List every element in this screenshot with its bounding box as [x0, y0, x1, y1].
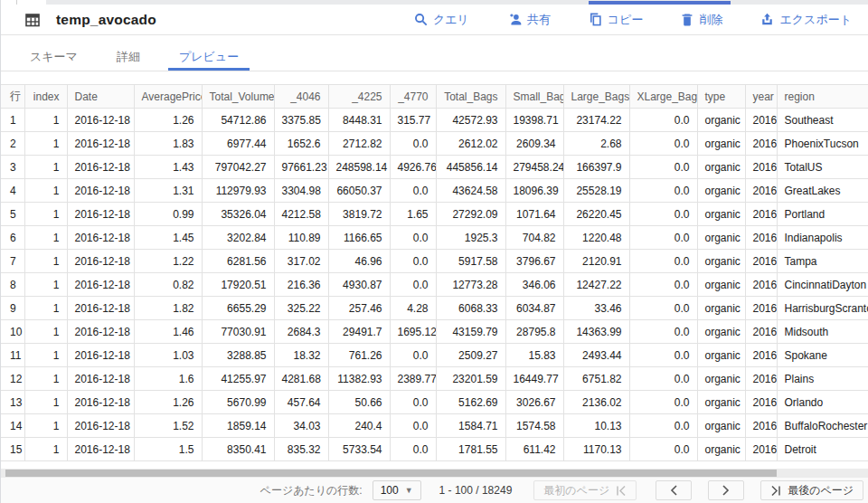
table-cell: 1 — [24, 203, 67, 226]
delete-button[interactable]: 削除 — [681, 12, 722, 28]
table-cell: 77030.91 — [202, 320, 274, 344]
table-cell: 704.82 — [505, 226, 563, 250]
table-cell: 1925.3 — [436, 226, 505, 250]
table-cell: 1071.64 — [505, 203, 563, 226]
table-cell: 1 — [24, 344, 67, 367]
table-cell: 8350.41 — [202, 438, 274, 461]
table-cell: 6655.29 — [202, 297, 274, 320]
table-cell: 3202.84 — [202, 226, 274, 250]
table-cell: 1.45 — [134, 226, 202, 250]
table-cell: 1 — [24, 179, 67, 203]
query-button[interactable]: クエリ — [414, 12, 469, 28]
table-cell: 2016 — [745, 132, 777, 156]
previous-page-button[interactable] — [656, 480, 692, 500]
last-page-label: 最後のページ — [788, 483, 854, 498]
table-cell: PhoenixTucson — [777, 132, 868, 156]
export-button[interactable]: エクスポート — [760, 12, 852, 28]
table-cell: 2016-12-18 — [67, 344, 134, 367]
table-cell: 2136.02 — [563, 391, 629, 414]
table-cell: 0.0 — [629, 297, 697, 320]
table-cell: 1.6 — [134, 367, 202, 391]
next-page-button[interactable] — [708, 480, 744, 500]
table-cell: 0.0 — [629, 132, 697, 156]
table-cell: 0.82 — [134, 273, 202, 297]
table-cell: 2493.44 — [563, 344, 629, 367]
tab-preview[interactable]: プレビュー — [168, 35, 250, 71]
pagination-bar: ページあたりの行数: 100 ▼ 1 - 100 / 18249 最初のページ … — [1, 478, 868, 503]
table-cell: 2016 — [745, 250, 777, 273]
table-cell: 0.0 — [629, 320, 697, 344]
table-cell: 3288.85 — [202, 344, 274, 367]
table-cell: 1.26 — [134, 391, 202, 414]
table-cell: 110.89 — [274, 226, 328, 250]
last-page-button[interactable]: 最後のページ — [760, 480, 863, 500]
horizontal-scrollbar-track[interactable] — [1, 469, 868, 478]
table-cell: 0.99 — [134, 203, 202, 226]
table-cell: organic — [697, 414, 745, 438]
first-page-button[interactable]: 最初のページ — [533, 480, 637, 500]
table-cell: 248598.14 — [328, 156, 390, 179]
table-cell: 4212.58 — [274, 203, 328, 226]
table-cell: 797042.27 — [202, 156, 274, 179]
table-cell: 0.0 — [629, 438, 697, 461]
table-cell: 2016 — [745, 109, 777, 132]
table-icon — [24, 12, 41, 28]
table-cell: 3 — [1, 156, 24, 179]
table-cell: 1.31 — [134, 179, 202, 203]
table-cell: 0.0 — [629, 156, 697, 179]
upload-icon — [760, 13, 774, 26]
table-cell: 166397.9 — [563, 156, 629, 179]
row-range-text: 1 - 100 / 18249 — [439, 484, 513, 497]
table-cell: 15.83 — [505, 344, 563, 367]
column-header: Total_Bags — [436, 85, 505, 109]
table-cell: GreatLakes — [777, 179, 868, 203]
table-cell: 325.22 — [274, 297, 328, 320]
tab-schema[interactable]: スキーマ — [19, 35, 89, 71]
table-cell: 2016-12-18 — [67, 391, 134, 414]
table-cell: HarrisburgScranton — [777, 297, 868, 320]
active-browser-tab-underline — [589, 1, 731, 5]
table-cell: 12 — [1, 367, 24, 391]
table-cell: 1 — [24, 297, 67, 320]
table-cell: 2016 — [745, 320, 777, 344]
table-cell: 5733.54 — [328, 438, 390, 461]
table-cell: 42572.93 — [436, 109, 505, 132]
table-cell: 1.26 — [134, 109, 202, 132]
table-cell: Detroit — [777, 438, 868, 461]
table-cell: 1220.48 — [563, 226, 629, 250]
table-cell: 2016-12-18 — [67, 179, 134, 203]
table-body: 112016-12-181.2654712.863375.858448.3131… — [1, 109, 868, 461]
delete-button-label: 削除 — [699, 12, 722, 28]
table-cell: 0.0 — [390, 179, 436, 203]
table-cell: 66050.37 — [328, 179, 390, 203]
table-cell: 2016-12-18 — [67, 297, 134, 320]
table-cell: Southeast — [777, 109, 868, 132]
table-row: 1012016-12-181.4677030.912684.329491.716… — [1, 320, 868, 344]
table-cell: 25528.19 — [563, 179, 629, 203]
rows-per-page-select[interactable]: 100 ▼ — [373, 480, 421, 500]
action-toolbar: クエリ 共有 コピー 削除 — [414, 12, 859, 28]
table-row: 1112016-12-181.033288.8518.32761.260.025… — [1, 344, 868, 367]
table-header-row: 行indexDateAveragePriceTotal_Volume_4046_… — [1, 85, 868, 109]
table-cell: Plains — [777, 367, 868, 391]
table-cell: 2612.02 — [436, 132, 505, 156]
table-cell: 0.0 — [629, 273, 697, 297]
column-header: year — [745, 85, 777, 109]
horizontal-scrollbar-thumb[interactable] — [5, 470, 777, 477]
tab-details[interactable]: 詳細 — [106, 35, 151, 71]
table-row: 112016-12-181.2654712.863375.858448.3131… — [1, 109, 868, 132]
table-cell: 2016 — [745, 438, 777, 461]
tab-strip-background — [46, 0, 868, 5]
table-cell: 6281.56 — [202, 250, 274, 273]
table-cell: 6068.33 — [436, 297, 505, 320]
copy-button[interactable]: コピー — [589, 12, 644, 28]
share-button[interactable]: 共有 — [507, 12, 551, 28]
table-cell: 1.52 — [134, 414, 202, 438]
table-cell: BuffaloRochester — [777, 414, 868, 438]
table-cell: 1 — [24, 109, 67, 132]
export-button-label: エクスポート — [779, 12, 852, 28]
search-icon — [414, 13, 428, 26]
column-header: Small_Bags — [505, 85, 563, 109]
table-cell: 4930.87 — [328, 273, 390, 297]
table-cell: 41255.97 — [202, 367, 274, 391]
